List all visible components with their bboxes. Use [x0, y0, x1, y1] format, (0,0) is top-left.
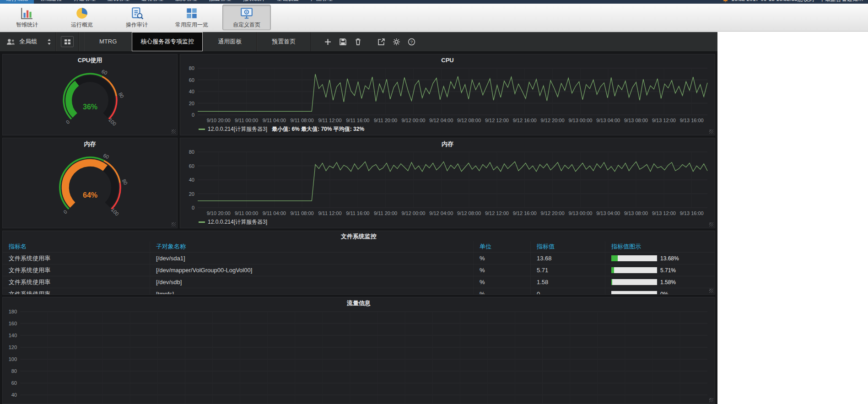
group-select-value: 全局组: [19, 38, 37, 46]
panel-title[interactable]: 内存: [3, 138, 177, 149]
value-bar-fill: [611, 255, 618, 261]
app-toolbar-item[interactable]: 运行概览: [58, 5, 106, 30]
svg-text:9/13 08:00: 9/13 08:00: [624, 118, 648, 123]
top-menu-item[interactable]: 基础设置: [271, 0, 305, 4]
svg-text:9/11 12:00: 9/11 12:00: [318, 210, 341, 216]
chart-legend[interactable]: 12.0.0.214[计算服务器3]: [199, 218, 272, 226]
top-menu-item[interactable]: 智能巡检: [34, 0, 68, 4]
svg-text:9/12 12:00: 9/12 12:00: [485, 210, 509, 216]
dashboard-tab[interactable]: 通用面板: [203, 32, 257, 51]
svg-text:9/13 16:00: 9/13 16:00: [680, 118, 704, 123]
panel-memory-chart: 内存 0204060809/10 20:009/11 00:009/11 04:…: [180, 138, 715, 228]
panel-title[interactable]: 内存: [180, 138, 715, 149]
group-select[interactable]: 全局组: [19, 38, 51, 46]
svg-text:9/12 12:00: 9/12 12:00: [485, 118, 509, 123]
resize-handle[interactable]: [709, 398, 713, 402]
resize-handle[interactable]: [172, 222, 176, 226]
svg-text:80: 80: [189, 149, 194, 155]
top-menu-item[interactable]: 主机管理: [102, 0, 135, 4]
delete-button[interactable]: [354, 38, 362, 46]
table-row[interactable]: 文件系统使用率[/dev/sdb]%1.581.58%: [3, 276, 715, 288]
top-menu-item-label: 智能巡检: [40, 0, 62, 4]
top-menu-item[interactable]: 进程管理: [135, 0, 169, 4]
toolbar-divider: [56, 32, 56, 51]
help-button[interactable]: ?: [407, 38, 415, 46]
svg-text:9/12 08:00: 9/12 08:00: [457, 118, 481, 123]
panel-title[interactable]: CPU使用: [3, 54, 177, 65]
top-menu-item[interactable]: 产品管理: [305, 0, 339, 4]
legend-color-dash: [199, 129, 205, 130]
panel-title[interactable]: 文件系统监控: [3, 231, 715, 241]
resize-handle[interactable]: [709, 222, 713, 226]
top-menu-item[interactable]: 开通管理: [68, 0, 102, 4]
svg-text:9/11 00:00: 9/11 00:00: [235, 210, 258, 216]
dashboard-tab[interactable]: MTRG: [84, 32, 132, 51]
panel-title[interactable]: CPU: [180, 54, 715, 65]
svg-text:9/13 04:00: 9/13 04:00: [596, 118, 620, 123]
layout-grid-button[interactable]: [61, 36, 74, 47]
dashboard-area: CPU使用 0608010036% CPU 0204060809/10 20:0…: [0, 51, 717, 404]
column-header: 指标名: [3, 241, 150, 252]
top-menu-item-label: 进程管理: [141, 0, 163, 4]
table-row[interactable]: 文件系统使用率[/dev/mapper/VolGroup00-LogVol00]…: [3, 264, 715, 276]
svg-text:80: 80: [117, 92, 124, 99]
svg-text:9/13 12:00: 9/13 12:00: [652, 210, 676, 216]
spinner-arrows-icon[interactable]: [47, 38, 51, 45]
line-chart-svg: 180160140120100806040: [3, 308, 714, 404]
settings-button[interactable]: [392, 38, 400, 46]
panel-traffic-chart: 流量信息 180160140120100806040: [2, 297, 715, 404]
add-button[interactable]: [323, 38, 332, 46]
svg-text:40: 40: [189, 177, 194, 183]
cell-object-name: [/dev/sda1]: [150, 253, 474, 264]
resize-handle[interactable]: [172, 129, 176, 134]
cell-metric-name: 文件系统使用率: [3, 253, 150, 264]
column-header: 单位: [474, 241, 531, 252]
svg-text:64%: 64%: [82, 191, 97, 199]
app-toolbar-item[interactable]: 常用应用一览: [167, 5, 216, 30]
svg-text:9/11 08:00: 9/11 08:00: [291, 118, 314, 123]
table-row[interactable]: 文件系统使用率[/dev/sda1]%13.6813.68%: [3, 252, 715, 264]
cell-value-bar: 5.71%: [605, 264, 715, 276]
svg-text:40: 40: [11, 392, 17, 398]
svg-text:120: 120: [9, 345, 17, 350]
legend-stats: 最小值: 6% 最大值: 70% 平均值: 32%: [272, 125, 364, 133]
svg-text:9/13 12:00: 9/13 12:00: [652, 118, 676, 123]
top-menu-item[interactable]: 故障管理: [169, 0, 203, 4]
panel-title[interactable]: 流量信息: [3, 297, 715, 308]
open-external-button[interactable]: [377, 38, 385, 46]
resize-handle[interactable]: [709, 289, 713, 293]
top-menu-item[interactable]: 报表统计: [237, 0, 271, 4]
top-menu-item[interactable]: 配置管理: [203, 0, 237, 4]
svg-text:9/12 00:00: 9/12 00:00: [401, 210, 425, 216]
app-toolbar-item[interactable]: 智维统计: [3, 5, 51, 30]
resize-handle[interactable]: [709, 129, 713, 134]
svg-text:9/11 16:00: 9/11 16:00: [346, 118, 369, 123]
column-header: 子对象名称: [150, 241, 474, 252]
dashboard-tab[interactable]: 预置首页: [257, 32, 311, 51]
top-menu-item[interactable]: 运行概览: [0, 0, 34, 4]
cpu-line-chart[interactable]: 0204060809/10 20:009/11 00:009/11 04:009…: [180, 65, 714, 128]
chart-legend[interactable]: 12.0.0.214[计算服务器3] 最小值: 6% 最大值: 70% 平均值:…: [199, 125, 364, 133]
app-toolbar-item[interactable]: 自定义首页: [222, 5, 271, 30]
value-bar-fill: [611, 267, 614, 273]
value-bar-label: 13.68%: [660, 255, 679, 262]
svg-text:9/11 12:00: 9/11 12:00: [318, 118, 341, 123]
top-menu-item-label: 基础设置: [277, 0, 299, 4]
memory-line-chart[interactable]: 0204060809/10 20:009/11 00:009/11 04:009…: [180, 149, 714, 221]
cell-value: 0: [531, 288, 605, 295]
top-menu-item-label: 配置管理: [209, 0, 231, 4]
app-toolbar-item[interactable]: 操作审计: [113, 5, 161, 30]
table-row[interactable]: 文件系统使用率[tmpfs]%00%: [3, 288, 715, 295]
notification-area[interactable]: 16:32 2017-09-13 16:32:55您收到一个最新告警通知…: [722, 0, 863, 4]
page-root: 运行概览智能巡检开通管理主机管理进程管理故障管理配置管理报表统计基础设置产品管理…: [0, 0, 868, 404]
svg-text:9/12 20:00: 9/12 20:00: [541, 118, 565, 123]
svg-text:60: 60: [11, 380, 17, 386]
svg-text:60: 60: [189, 163, 194, 169]
dashboard-tab[interactable]: 核心服务器专项监控: [132, 32, 203, 51]
save-button[interactable]: [339, 38, 347, 46]
traffic-line-chart[interactable]: 180160140120100806040: [3, 308, 714, 404]
value-bar-label: 1.58%: [660, 279, 676, 285]
svg-text:40: 40: [189, 89, 194, 94]
line-chart-svg: 0204060809/10 20:009/11 00:009/11 04:009…: [180, 149, 714, 219]
top-menu-item-label: 产品管理: [311, 0, 333, 4]
